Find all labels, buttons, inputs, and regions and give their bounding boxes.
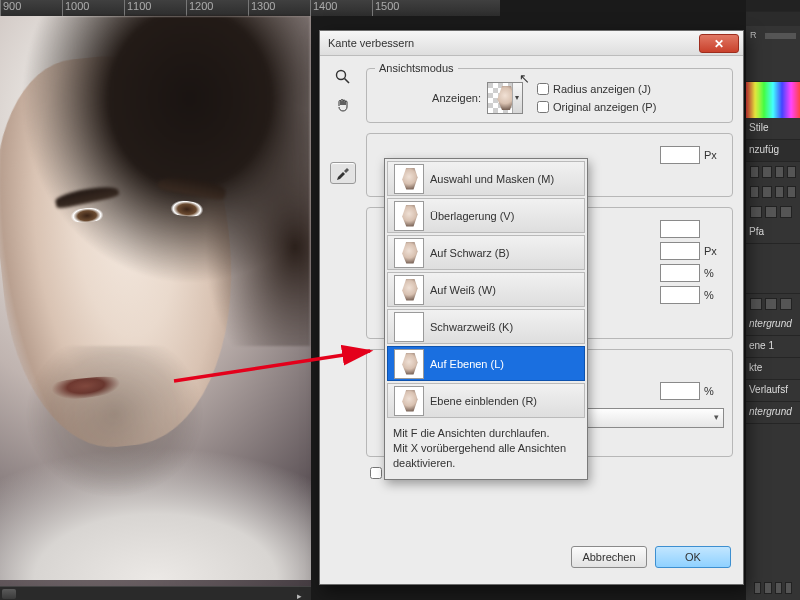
view-option-icon xyxy=(394,386,424,416)
view-option-label: Überlagerung (V) xyxy=(430,210,514,222)
button-add[interactable]: nzufüg xyxy=(746,140,800,162)
svg-point-1 xyxy=(337,71,346,80)
show-label: Anzeigen: xyxy=(375,92,481,104)
smooth-field[interactable] xyxy=(660,220,700,238)
view-option-label: Auf Ebenen (L) xyxy=(430,358,504,370)
panels-dock: R Stile nzufüg Pfa ntergrund ene 1 kte V… xyxy=(745,0,800,600)
svg-line-2 xyxy=(345,79,350,84)
dialog-title: Kante verbessern xyxy=(320,37,414,49)
fx-icon[interactable] xyxy=(754,582,761,594)
layer-background[interactable]: ntergrund xyxy=(746,314,800,336)
color-spectrum[interactable] xyxy=(746,82,800,118)
view-mode-option[interactable]: Überlagerung (V) xyxy=(387,198,585,233)
ruler-horizontal: 900 1000 1100 1200 1300 1400 1500 xyxy=(0,0,500,16)
refine-brush-tool-icon[interactable] xyxy=(330,162,356,184)
view-mode-option[interactable]: Auf Weiß (W) xyxy=(387,272,585,307)
show-original-checkbox[interactable]: Original anzeigen (P) xyxy=(537,101,656,113)
layer-ebene-1[interactable]: ene 1 xyxy=(746,336,800,358)
scroll-right-icon[interactable] xyxy=(297,589,309,599)
radius-field[interactable] xyxy=(660,146,700,164)
document-canvas[interactable] xyxy=(0,16,311,600)
view-mode-option[interactable]: Ebene einblenden (R) xyxy=(387,383,585,418)
panel-tab-styles[interactable]: Stile xyxy=(746,118,800,140)
view-option-icon xyxy=(394,201,424,231)
ok-button[interactable]: OK xyxy=(655,546,731,568)
decontaminate-field[interactable] xyxy=(660,382,700,400)
view-mode-option[interactable]: Auf Ebenen (L) xyxy=(387,346,585,381)
view-option-icon xyxy=(394,275,424,305)
view-option-icon xyxy=(394,349,424,379)
cursor-icon: ↖ xyxy=(519,71,530,86)
layer-background-2[interactable]: ntergrund xyxy=(746,402,800,424)
feather-field[interactable] xyxy=(660,242,700,260)
view-option-icon xyxy=(394,312,424,342)
view-mode-option[interactable]: Auswahl und Masken (M) xyxy=(387,161,585,196)
layer-fx[interactable]: kte xyxy=(746,358,800,380)
layer-gradient[interactable]: Verlaufsf xyxy=(746,380,800,402)
menu-hint: Mit F die Ansichten durchlaufen. Mit X v… xyxy=(385,420,587,479)
view-mode-option[interactable]: Schwarzweiß (K) xyxy=(387,309,585,344)
view-option-label: Auswahl und Masken (M) xyxy=(430,173,554,185)
view-mode-group: Ansichtsmodus ↖ Anzeigen: Radius anzeige… xyxy=(366,62,733,123)
horizontal-scrollbar[interactable] xyxy=(0,586,311,600)
show-radius-checkbox[interactable]: Radius anzeigen (J) xyxy=(537,83,656,95)
view-option-icon xyxy=(394,238,424,268)
hand-tool-icon[interactable] xyxy=(330,94,356,116)
view-mode-legend: Ansichtsmodus xyxy=(375,62,458,74)
panel-tab-paths[interactable]: Pfa xyxy=(746,222,800,244)
dialog-titlebar[interactable]: Kante verbessern ✕ xyxy=(320,31,743,56)
contrast-field[interactable] xyxy=(660,264,700,282)
cancel-button[interactable]: Abbrechen xyxy=(571,546,647,568)
trash-icon[interactable] xyxy=(785,582,792,594)
shift-field[interactable] xyxy=(660,286,700,304)
lock-icon[interactable] xyxy=(750,298,762,310)
view-mode-dropdown[interactable] xyxy=(487,82,523,114)
chevron-down-icon[interactable] xyxy=(512,83,522,113)
view-mode-menu: Auswahl und Masken (M)Überlagerung (V)Au… xyxy=(384,158,588,480)
view-option-label: Ebene einblenden (R) xyxy=(430,395,537,407)
view-option-icon xyxy=(394,164,424,194)
view-option-label: Schwarzweiß (K) xyxy=(430,321,513,333)
view-option-label: Auf Weiß (W) xyxy=(430,284,496,296)
close-button[interactable]: ✕ xyxy=(699,34,739,53)
zoom-tool-icon[interactable] xyxy=(330,66,356,88)
scrollbar-thumb[interactable] xyxy=(2,589,16,599)
view-mode-option[interactable]: Auf Schwarz (B) xyxy=(387,235,585,270)
view-option-label: Auf Schwarz (B) xyxy=(430,247,509,259)
